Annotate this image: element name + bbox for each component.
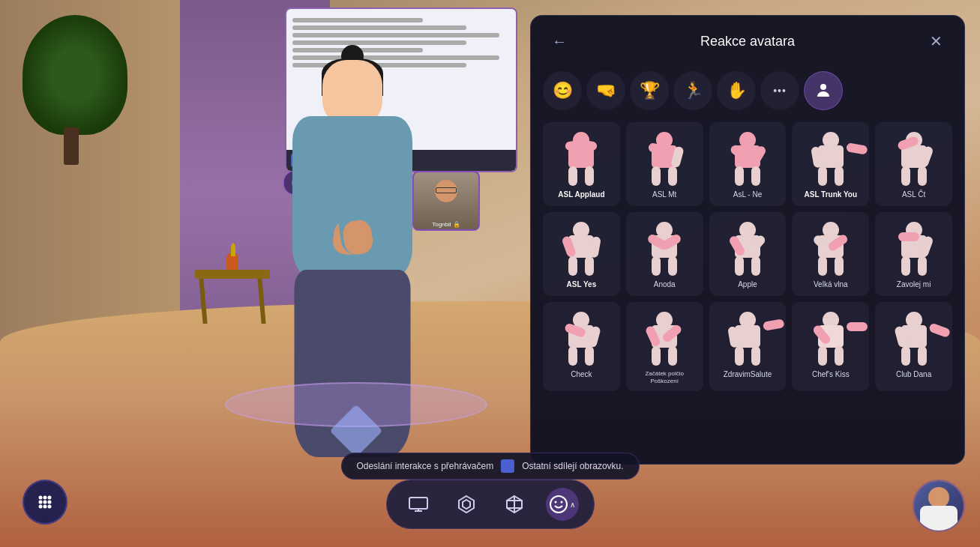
svg-point-20	[555, 501, 557, 504]
animation-item-asl-ct[interactable]: ASL Čt	[875, 122, 952, 206]
avatar-mini-head	[928, 487, 949, 508]
notification-highlight: Ostatní sdílejí obrazovku.	[522, 461, 623, 471]
avatar-head	[322, 60, 382, 124]
svg-rect-10	[409, 498, 427, 509]
anim-label-zacatek: Začátek polčio Poškození	[631, 370, 698, 384]
anim-label-asl-mt: ASL Mt	[652, 190, 676, 199]
animation-item-velka-vlna[interactable]: Velká vlna	[792, 212, 869, 296]
svg-point-1	[39, 496, 43, 500]
reaction-panel: ← Reakce avatara ✕ 😊 🤜 🏆 🏃 ✋ •••	[530, 15, 965, 465]
svg-marker-14	[463, 500, 470, 509]
bottom-right-avatar[interactable]	[913, 480, 965, 532]
category-trophy[interactable]: 🏆	[630, 71, 669, 110]
anim-label-asl-applaud: ASL Applaud	[558, 190, 604, 199]
svg-point-6	[48, 501, 52, 504]
animation-item-asl-applaud[interactable]: ASL Applaud	[543, 122, 620, 206]
menu-button[interactable]	[22, 480, 67, 525]
notification-icon	[501, 459, 514, 473]
panel-header: ← Reakce avatara ✕	[531, 16, 964, 67]
figure-asl-ne	[721, 130, 774, 187]
svg-point-7	[39, 505, 43, 509]
animation-item-asl-ne[interactable]: AsL - Ne	[709, 122, 787, 206]
figure-asl-applaud	[555, 130, 607, 187]
bottom-toolbar: ∧	[386, 480, 595, 529]
svg-point-4	[39, 501, 43, 504]
toolbar-screen-button[interactable]	[402, 488, 435, 521]
panel-back-button[interactable]: ←	[547, 29, 571, 53]
figure-club-dana	[888, 310, 940, 366]
anim-label-zavolej-mi: Zavolej mi	[897, 280, 931, 289]
animation-item-anoda[interactable]: Anoda	[626, 212, 703, 296]
screen-line	[292, 25, 466, 30]
figure-anoda	[638, 220, 691, 276]
anim-label-chefs-kiss: Chef's Kiss	[812, 370, 850, 379]
anim-label-velka-vlna: Velká vlna	[814, 280, 848, 289]
animation-item-asl-trunk-you[interactable]: ASL Trunk You	[792, 122, 869, 206]
animation-grid: ASL Applaud ASL Mt	[531, 122, 964, 464]
anim-label-asl-yes: ASL Yes	[567, 280, 597, 289]
flower	[231, 243, 235, 256]
animation-item-asl-mt[interactable]: ASL Mt	[626, 122, 703, 206]
figure-apple	[721, 220, 774, 276]
figure-asl-yes	[555, 220, 607, 276]
toolbar-share-button[interactable]	[450, 488, 483, 521]
animation-item-zdravim-salute[interactable]: ZdravimSalute	[709, 302, 787, 391]
figure-zdravim-salute	[721, 310, 774, 366]
animation-item-zacatek[interactable]: Začátek polčio Poškození	[626, 302, 703, 391]
table-leg-left	[199, 279, 207, 324]
figure-velka-vlna	[805, 220, 857, 276]
category-more[interactable]: •••	[760, 71, 799, 110]
category-emoji[interactable]: 😊	[543, 71, 582, 110]
avatar-hand-right	[341, 219, 374, 256]
tree-decoration	[15, 15, 135, 165]
category-wave[interactable]: ✋	[717, 71, 756, 110]
category-custom[interactable]	[804, 71, 843, 110]
svg-point-5	[43, 501, 47, 504]
notification-text: Odeslání interakce s přehrávačem	[356, 461, 493, 471]
category-dance[interactable]: 🏃	[673, 71, 712, 110]
figure-zacatek	[638, 310, 691, 366]
anim-label-club-dana: Club Dana	[896, 370, 931, 379]
category-hand[interactable]: 🤜	[586, 71, 625, 110]
svg-point-19	[550, 496, 567, 513]
figure-asl-mt	[638, 130, 691, 187]
svg-point-21	[561, 501, 563, 504]
anim-label-asl-trunk-you: ASL Trunk You	[805, 190, 858, 199]
notification-bar: Odeslání interakce s přehrávačem Ostatní…	[340, 453, 639, 480]
animation-row-2: ASL Yes Anoda	[543, 212, 952, 296]
tree-trunk	[64, 127, 79, 165]
svg-point-2	[43, 496, 47, 500]
toolbar-emoji-button[interactable]: ∧	[546, 488, 579, 521]
toolbar-cube-button[interactable]	[498, 488, 531, 521]
figure-check	[555, 310, 607, 366]
anim-label-asl-ne: AsL - Ne	[733, 190, 763, 199]
anim-label-apple: Apple	[738, 280, 757, 289]
figure-asl-ct	[888, 130, 940, 187]
anim-label-anoda: Anoda	[654, 280, 676, 289]
svg-point-3	[48, 496, 52, 500]
anim-label-zdravim-salute: ZdravimSalute	[724, 370, 772, 379]
animation-item-check[interactable]: Check	[543, 302, 620, 391]
avatar-mini-body	[920, 506, 958, 532]
tree-foliage	[22, 15, 127, 135]
animation-row-1: ASL Applaud ASL Mt	[543, 122, 952, 206]
anim-label-asl-ct: ASL Čt	[902, 190, 925, 199]
figure-chefs-kiss	[805, 310, 857, 366]
svg-point-9	[48, 505, 52, 509]
animation-item-chefs-kiss[interactable]: Chef's Kiss	[792, 302, 869, 391]
svg-point-0	[820, 84, 826, 90]
svg-point-8	[43, 505, 47, 509]
animation-item-club-dana[interactable]: Club Dana	[875, 302, 952, 391]
svg-marker-13	[459, 496, 474, 513]
animation-item-zavolej-mi[interactable]: Zavolej mi	[875, 212, 952, 296]
screen-line	[292, 33, 499, 37]
panel-close-button[interactable]: ✕	[924, 29, 948, 53]
figure-zavolej-mi	[888, 220, 940, 276]
panel-title: Reakce avatara	[571, 34, 924, 49]
anim-label-check: Check	[571, 370, 592, 379]
animation-row-3: Check Začátek polčio Poškození	[543, 302, 952, 391]
animation-item-apple[interactable]: Apple	[709, 212, 787, 296]
category-bar: 😊 🤜 🏆 🏃 ✋ •••	[531, 67, 964, 122]
animation-item-asl-yes[interactable]: ASL Yes	[543, 212, 620, 296]
screen-line	[292, 40, 466, 45]
